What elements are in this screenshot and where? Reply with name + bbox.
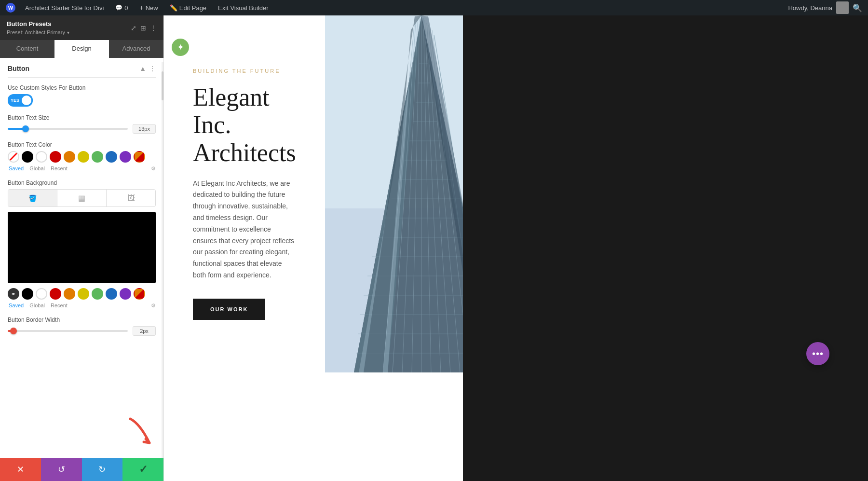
btn-text-size-label: Button Text Size bbox=[8, 114, 156, 121]
bg-swatch-green[interactable] bbox=[92, 288, 103, 300]
btn-bg-label: Button Background bbox=[8, 179, 156, 186]
floating-menu-area: ••• bbox=[806, 342, 829, 365]
columns-icon[interactable]: ⊞ bbox=[140, 24, 146, 32]
exit-builder-button[interactable]: Exit Visual Builder bbox=[216, 3, 271, 13]
custom-styles-field: Use Custom Styles For Button YES bbox=[8, 84, 156, 107]
btn-text-size-thumb[interactable] bbox=[22, 125, 29, 132]
bucket-icon: 🪣 bbox=[28, 194, 37, 202]
custom-styles-toggle[interactable]: YES bbox=[8, 94, 33, 107]
bg-swatch-black[interactable] bbox=[22, 288, 33, 300]
section-more-icon[interactable]: ⋮ bbox=[149, 65, 156, 72]
panel-scrollbar bbox=[162, 62, 163, 458]
preset-name: Preset: Architect Primary bbox=[7, 29, 65, 35]
color-swatch-black[interactable] bbox=[22, 151, 33, 163]
btn-border-width-thumb[interactable] bbox=[10, 328, 17, 334]
color-swatch-yellow[interactable] bbox=[78, 151, 89, 163]
hero-title: Elegant Inc. Architects bbox=[193, 83, 296, 166]
hero-cta-button[interactable]: OUR WORK bbox=[193, 299, 265, 320]
section-title: Button bbox=[8, 65, 29, 72]
panel-header: Button Presets Preset: Architect Primary… bbox=[0, 15, 163, 40]
wordpress-logo[interactable]: W bbox=[6, 3, 15, 13]
more-icon[interactable]: ⋮ bbox=[150, 24, 157, 32]
comment-count[interactable]: 💬 0 bbox=[113, 3, 130, 13]
color-swatch-red[interactable] bbox=[50, 151, 61, 163]
color-swatch-white[interactable] bbox=[36, 151, 47, 163]
content-area: ✦ BUILDING THE FUTURE Elegant Inc. Archi… bbox=[164, 15, 868, 481]
tab-design[interactable]: Design bbox=[54, 40, 109, 58]
bg-tab-gradient[interactable]: ▦ bbox=[57, 190, 107, 206]
button-border-width-field: Button Border Width 2px bbox=[8, 316, 156, 336]
color-swatch-custom[interactable] bbox=[134, 151, 145, 163]
building-photo bbox=[325, 15, 463, 372]
cancel-button[interactable]: ✕ bbox=[0, 458, 41, 481]
btn-text-size-value[interactable]: 13px bbox=[133, 124, 156, 134]
color-settings-icon[interactable]: ⚙ bbox=[151, 165, 156, 172]
bg-swatch-custom[interactable] bbox=[134, 288, 145, 300]
btn-text-size-slider-row: 13px bbox=[8, 124, 156, 134]
user-avatar[interactable] bbox=[836, 1, 849, 14]
bg-swatch-purple[interactable] bbox=[120, 288, 131, 300]
floating-menu-button[interactable]: ••• bbox=[806, 342, 829, 365]
color-row-labels: Saved Global Recent ⚙ bbox=[8, 165, 156, 172]
right-dark-area: ••• bbox=[463, 15, 868, 481]
panel-title: Button Presets bbox=[7, 20, 69, 27]
module-handle[interactable]: ✦ bbox=[172, 39, 189, 56]
panel-scrollbar-thumb[interactable] bbox=[162, 71, 163, 100]
admin-bar: W Architect Starter Site for Divi 💬 0 + … bbox=[0, 0, 868, 15]
chevron-down-icon[interactable]: ▾ bbox=[67, 30, 69, 35]
color-swatch-purple[interactable] bbox=[120, 151, 131, 163]
user-greeting: Howdy, Deanna bbox=[788, 4, 832, 12]
undo-button[interactable]: ↺ bbox=[41, 458, 82, 481]
left-panel: Button Presets Preset: Architect Primary… bbox=[0, 15, 164, 481]
color-swatch-green[interactable] bbox=[92, 151, 103, 163]
search-icon[interactable]: 🔍 bbox=[853, 3, 862, 13]
expand-icon[interactable]: ⤢ bbox=[131, 24, 136, 32]
bg-eyedropper-swatch[interactable]: ✒ bbox=[8, 288, 19, 300]
site-name[interactable]: Architect Starter Site for Divi bbox=[23, 3, 106, 13]
bg-settings-icon[interactable]: ⚙ bbox=[151, 302, 156, 309]
button-section-header: Button ▲ ⋮ bbox=[8, 58, 156, 78]
btn-border-width-value[interactable]: 2px bbox=[133, 326, 156, 336]
hero-section: BUILDING THE FUTURE Elegant Inc. Archite… bbox=[164, 15, 463, 372]
tab-content[interactable]: Content bbox=[0, 40, 54, 58]
bg-swatch-yellow[interactable] bbox=[78, 288, 89, 300]
redo-button[interactable]: ↻ bbox=[82, 458, 123, 481]
bg-tab-solid[interactable]: 🪣 bbox=[8, 190, 57, 206]
bg-tabs: 🪣 ▦ 🖼 bbox=[8, 189, 156, 207]
panel-body: Button ▲ ⋮ Use Custom Styles For Button … bbox=[0, 58, 163, 458]
recent-label[interactable]: Recent bbox=[51, 165, 68, 172]
tab-advanced[interactable]: Advanced bbox=[109, 40, 163, 58]
bg-swatch-red[interactable] bbox=[50, 288, 61, 300]
saved-label[interactable]: Saved bbox=[9, 165, 24, 172]
button-bg-field: Button Background 🪣 ▦ 🖼 ✒ bbox=[8, 179, 156, 309]
edit-page-button[interactable]: ✏️ Edit Page bbox=[168, 3, 208, 13]
color-swatch-blue[interactable] bbox=[106, 151, 117, 163]
bg-swatch-blue[interactable] bbox=[106, 288, 117, 300]
new-button[interactable]: + New bbox=[138, 3, 160, 13]
btn-text-color-swatches bbox=[8, 151, 156, 163]
bg-recent-label[interactable]: Recent bbox=[51, 302, 68, 309]
undo-icon: ↺ bbox=[58, 464, 65, 475]
global-label[interactable]: Global bbox=[29, 165, 45, 172]
bg-swatch-orange[interactable] bbox=[64, 288, 75, 300]
btn-text-size-track bbox=[8, 128, 128, 130]
bg-saved-label[interactable]: Saved bbox=[9, 302, 24, 309]
toggle-container: YES bbox=[8, 94, 156, 107]
color-preview-box[interactable] bbox=[8, 212, 156, 283]
button-text-size-field: Button Text Size 13px bbox=[8, 114, 156, 134]
page-preview: ✦ BUILDING THE FUTURE Elegant Inc. Archi… bbox=[164, 15, 463, 481]
collapse-icon[interactable]: ▲ bbox=[139, 65, 146, 72]
redo-icon: ↻ bbox=[98, 464, 106, 475]
bg-global-label[interactable]: Global bbox=[29, 302, 45, 309]
bg-swatch-white[interactable] bbox=[36, 288, 47, 300]
dots-icon: ••• bbox=[812, 348, 824, 359]
color-swatch-transparent[interactable] bbox=[8, 151, 19, 163]
save-button[interactable]: ✓ bbox=[122, 458, 163, 481]
color-swatch-orange[interactable] bbox=[64, 151, 75, 163]
save-icon: ✓ bbox=[139, 463, 148, 476]
hero-image bbox=[325, 15, 463, 372]
admin-bar-right: Howdy, Deanna 🔍 bbox=[788, 1, 862, 14]
btn-border-width-label: Button Border Width bbox=[8, 316, 156, 323]
btn-bg-color-swatches: ✒ bbox=[8, 288, 156, 300]
bg-tab-image[interactable]: 🖼 bbox=[107, 190, 155, 206]
